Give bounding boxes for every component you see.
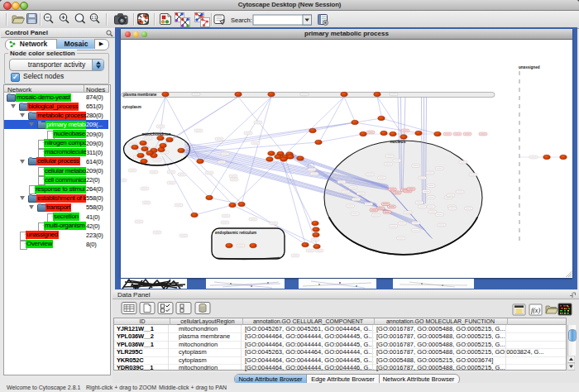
svg-text:unassigned: unassigned — [519, 65, 540, 69]
svg-text:cytoplasm: cytoplasm — [122, 105, 141, 109]
svg-text:f(x): f(x) — [531, 307, 540, 314]
svg-text:Search:: Search: — [231, 17, 252, 24]
svg-text:plasma membrane: plasma membrane — [123, 93, 157, 97]
svg-text:nucleus: nucleus — [390, 139, 406, 144]
svg-text:endoplasmic reticulum: endoplasmic reticulum — [215, 231, 256, 235]
svg-text:mitochondrion: mitochondrion — [142, 131, 171, 136]
svg-text:1:1: 1:1 — [91, 16, 97, 20]
